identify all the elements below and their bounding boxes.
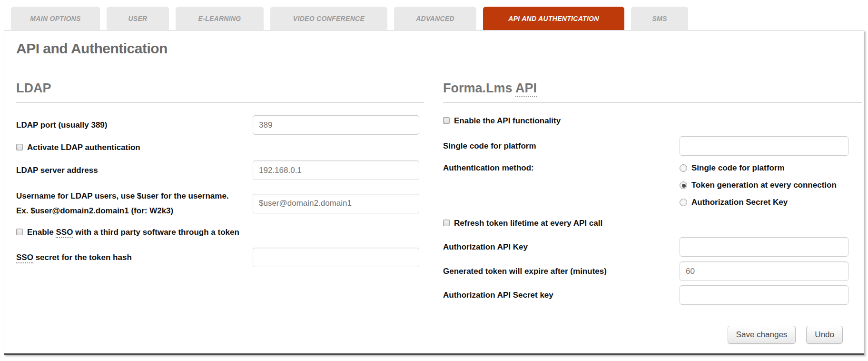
ldap-section: LDAP LDAP port (usually 389) Activate LD… <box>16 81 424 344</box>
token-expire-label: Generated token will expire after (minut… <box>443 264 680 279</box>
radio-authorization-secret[interactable] <box>680 199 687 206</box>
api-enable-checkbox[interactable] <box>443 117 450 124</box>
sso-enable-label: Enable SSO with a third party software t… <box>27 228 239 237</box>
tab-main-options[interactable]: MAIN OPTIONS <box>11 7 100 30</box>
radio-token-generation-label: Token generation at every connection <box>691 180 837 190</box>
auth-method-row: Authentication method: Single code for p… <box>443 160 862 211</box>
token-expire-input[interactable] <box>680 261 848 281</box>
ldap-activate-checkbox[interactable] <box>16 144 23 150</box>
auth-method-option-single-code: Single code for platform <box>680 160 862 177</box>
api-secret-key-input[interactable] <box>680 285 848 305</box>
sso-enable-checkbox[interactable] <box>16 229 23 235</box>
radio-single-code-label: Single code for platform <box>691 163 785 173</box>
ldap-username-label-line2: Ex. $user@domain2.domain1 (for: W2k3) <box>16 206 173 215</box>
auth-method-option-token-generation: Token generation at every connection <box>680 177 862 194</box>
settings-panel: API and Authentication LDAP LDAP port (u… <box>4 30 864 355</box>
tab-sms[interactable]: SMS <box>631 7 688 30</box>
tab-e-learning[interactable]: E-LEARNING <box>176 7 264 30</box>
radio-single-code[interactable] <box>680 164 687 172</box>
ldap-activate-label: Activate LDAP authentication <box>27 143 140 152</box>
refresh-token-checkbox[interactable] <box>443 220 450 226</box>
token-expire-row: Generated token will expire after (minut… <box>443 261 862 281</box>
api-abbr: API <box>515 81 537 97</box>
sso-enable-row: Enable SSO with a third party software t… <box>16 228 424 237</box>
ldap-port-label: LDAP port (usually 389) <box>16 118 253 132</box>
api-enable-row: Enable the API functionality <box>443 116 862 126</box>
tab-advanced[interactable]: ADVANCED <box>394 7 476 30</box>
api-section-title: Forma.Lms API <box>443 81 862 102</box>
api-enable-label: Enable the API functionality <box>454 116 561 126</box>
auth-method-label: Authentication method: <box>443 160 680 177</box>
api-secret-key-label: Authorization API Secret key <box>443 288 680 302</box>
sso-abbr: SSO <box>56 228 73 238</box>
ldap-server-input[interactable] <box>253 160 419 180</box>
ldap-username-input[interactable] <box>253 194 419 213</box>
save-changes-button[interactable]: Save changes <box>728 326 796 344</box>
ldap-username-label: Username for LDAP users, use $user for t… <box>16 189 253 218</box>
single-code-input[interactable] <box>680 136 848 156</box>
sso-enable-label-pre: Enable <box>27 228 56 237</box>
tab-video-conference[interactable]: VIDEO CONFERENCE <box>270 7 387 30</box>
form-actions: Save changes Undo <box>443 326 862 344</box>
ldap-server-row: LDAP server address <box>16 160 424 180</box>
settings-columns: LDAP LDAP port (usually 389) Activate LD… <box>16 81 864 344</box>
page-title: API and Authentication <box>16 40 864 57</box>
sso-secret-abbr: SSO <box>16 253 33 263</box>
refresh-token-row: Refresh token lifetime at every API call <box>443 219 862 228</box>
api-section-title-pre: Forma.Lms <box>443 81 515 95</box>
sso-secret-input[interactable] <box>253 248 419 267</box>
sso-secret-label: SSO secret for the token hash <box>16 250 253 265</box>
sso-secret-label-post: secret for the token hash <box>33 253 132 262</box>
sso-secret-row: SSO secret for the token hash <box>16 248 424 267</box>
sso-enable-label-post: with a third party software through a to… <box>73 228 239 237</box>
tab-user[interactable]: USER <box>107 7 169 30</box>
single-code-row: Single code for platform <box>443 136 862 156</box>
api-key-input[interactable] <box>680 237 848 257</box>
api-key-row: Authorization API Key <box>443 237 862 257</box>
single-code-label: Single code for platform <box>443 139 680 153</box>
refresh-token-label: Refresh token lifetime at every API call <box>454 219 602 228</box>
ldap-username-label-line1: Username for LDAP users, use $user for t… <box>16 191 229 201</box>
undo-button[interactable]: Undo <box>806 326 843 344</box>
api-key-label: Authorization API Key <box>443 240 680 254</box>
api-secret-key-row: Authorization API Secret key <box>443 285 862 305</box>
auth-method-radio-group: Single code for platform Token generatio… <box>680 160 862 211</box>
api-section: Forma.Lms API Enable the API functionali… <box>443 81 862 344</box>
radio-authorization-secret-label: Authorization Secret Key <box>691 198 788 207</box>
auth-method-option-authorization-secret: Authorization Secret Key <box>680 194 862 211</box>
ldap-port-input[interactable] <box>253 115 419 135</box>
tab-api-and-authentication[interactable]: API AND AUTHENTICATION <box>483 7 624 30</box>
radio-token-generation[interactable] <box>680 181 687 189</box>
ldap-port-row: LDAP port (usually 389) <box>16 115 424 135</box>
ldap-activate-row: Activate LDAP authentication <box>16 143 424 152</box>
ldap-server-label: LDAP server address <box>16 163 253 178</box>
settings-tabbar: MAIN OPTIONS USER E-LEARNING VIDEO CONFE… <box>11 7 688 30</box>
ldap-username-row: Username for LDAP users, use $user for t… <box>16 189 424 218</box>
ldap-section-title: LDAP <box>16 81 424 102</box>
